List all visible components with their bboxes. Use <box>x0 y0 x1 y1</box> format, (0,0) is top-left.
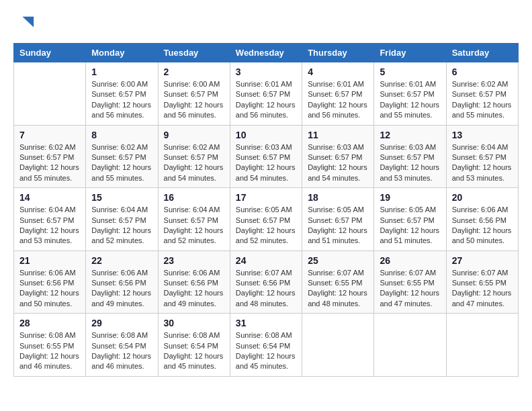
column-header-wednesday: Wednesday <box>230 44 302 62</box>
calendar-cell: 23Sunrise: 6:06 AMSunset: 6:56 PMDayligh… <box>158 250 230 314</box>
day-number: 21 <box>19 255 80 266</box>
calendar-cell: 9Sunrise: 6:02 AMSunset: 6:57 PMDaylight… <box>158 125 230 188</box>
column-header-tuesday: Tuesday <box>158 44 230 62</box>
calendar-cell: 20Sunrise: 6:06 AMSunset: 6:56 PMDayligh… <box>446 188 518 251</box>
day-detail: Sunrise: 6:02 AMSunset: 6:57 PMDaylight:… <box>452 79 513 121</box>
calendar-cell: 21Sunrise: 6:06 AMSunset: 6:56 PMDayligh… <box>14 250 86 314</box>
day-detail: Sunrise: 6:01 AMSunset: 6:57 PMDaylight:… <box>308 79 368 121</box>
day-number: 28 <box>19 318 80 328</box>
day-detail: Sunrise: 6:06 AMSunset: 6:56 PMDaylight:… <box>164 268 224 310</box>
day-detail: Sunrise: 6:00 AMSunset: 6:57 PMDaylight:… <box>164 79 224 121</box>
day-detail: Sunrise: 6:04 AMSunset: 6:57 PMDaylight:… <box>91 205 152 246</box>
day-detail: Sunrise: 6:03 AMSunset: 6:57 PMDaylight:… <box>236 142 296 184</box>
day-number: 15 <box>91 192 152 203</box>
day-detail: Sunrise: 6:02 AMSunset: 6:57 PMDaylight:… <box>19 142 80 184</box>
calendar-cell: 4Sunrise: 6:01 AMSunset: 6:57 PMDaylight… <box>302 62 374 126</box>
calendar-cell: 26Sunrise: 6:07 AMSunset: 6:55 PMDayligh… <box>374 250 446 314</box>
day-detail: Sunrise: 6:03 AMSunset: 6:57 PMDaylight:… <box>308 142 368 184</box>
day-number: 31 <box>236 318 296 328</box>
day-detail: Sunrise: 6:04 AMSunset: 6:57 PMDaylight:… <box>452 142 513 184</box>
calendar-cell: 13Sunrise: 6:04 AMSunset: 6:57 PMDayligh… <box>446 125 518 188</box>
calendar-week-3: 14Sunrise: 6:04 AMSunset: 6:57 PMDayligh… <box>14 188 519 251</box>
calendar-cell <box>14 62 86 126</box>
day-number: 8 <box>91 130 152 140</box>
day-number: 26 <box>380 255 440 266</box>
day-number: 3 <box>236 66 296 77</box>
day-detail: Sunrise: 6:06 AMSunset: 6:56 PMDaylight:… <box>452 205 513 246</box>
day-detail: Sunrise: 6:08 AMSunset: 6:54 PMDaylight:… <box>236 330 296 372</box>
day-number: 30 <box>164 318 224 328</box>
day-detail: Sunrise: 6:05 AMSunset: 6:57 PMDaylight:… <box>308 205 368 246</box>
column-header-monday: Monday <box>86 44 158 62</box>
column-header-saturday: Saturday <box>446 44 518 62</box>
day-number: 19 <box>380 192 440 203</box>
calendar-cell: 27Sunrise: 6:07 AMSunset: 6:55 PMDayligh… <box>446 250 518 314</box>
calendar-cell: 22Sunrise: 6:06 AMSunset: 6:56 PMDayligh… <box>86 250 158 314</box>
day-number: 23 <box>164 255 224 266</box>
day-detail: Sunrise: 6:00 AMSunset: 6:57 PMDaylight:… <box>91 79 152 121</box>
day-detail: Sunrise: 6:08 AMSunset: 6:54 PMDaylight:… <box>164 330 224 372</box>
calendar-cell: 31Sunrise: 6:08 AMSunset: 6:54 PMDayligh… <box>230 314 302 377</box>
calendar-cell: 8Sunrise: 6:02 AMSunset: 6:57 PMDaylight… <box>86 125 158 188</box>
calendar-cell: 5Sunrise: 6:01 AMSunset: 6:57 PMDaylight… <box>374 62 446 126</box>
day-number: 11 <box>308 130 368 140</box>
calendar-week-1: 1Sunrise: 6:00 AMSunset: 6:57 PMDaylight… <box>14 62 519 126</box>
calendar-cell: 29Sunrise: 6:08 AMSunset: 6:54 PMDayligh… <box>86 314 158 377</box>
calendar-header-row: SundayMondayTuesdayWednesdayThursdayFrid… <box>14 44 519 62</box>
day-number: 22 <box>91 255 152 266</box>
day-detail: Sunrise: 6:03 AMSunset: 6:57 PMDaylight:… <box>380 142 440 184</box>
day-number: 24 <box>236 255 296 266</box>
calendar-cell: 28Sunrise: 6:08 AMSunset: 6:55 PMDayligh… <box>14 314 86 377</box>
day-detail: Sunrise: 6:07 AMSunset: 6:56 PMDaylight:… <box>236 268 296 310</box>
day-detail: Sunrise: 6:05 AMSunset: 6:57 PMDaylight:… <box>380 205 440 246</box>
calendar-cell: 1Sunrise: 6:00 AMSunset: 6:57 PMDaylight… <box>86 62 158 126</box>
day-detail: Sunrise: 6:04 AMSunset: 6:57 PMDaylight:… <box>164 205 224 246</box>
day-number: 9 <box>164 130 224 140</box>
column-header-friday: Friday <box>374 44 446 62</box>
day-detail: Sunrise: 6:02 AMSunset: 6:57 PMDaylight:… <box>91 142 152 184</box>
calendar-cell: 15Sunrise: 6:04 AMSunset: 6:57 PMDayligh… <box>86 188 158 251</box>
day-number: 16 <box>164 192 224 203</box>
calendar-cell <box>374 314 446 377</box>
day-detail: Sunrise: 6:01 AMSunset: 6:57 PMDaylight:… <box>380 79 440 121</box>
svg-marker-0 <box>22 17 34 28</box>
day-number: 17 <box>236 192 296 203</box>
calendar-cell: 17Sunrise: 6:05 AMSunset: 6:57 PMDayligh… <box>230 188 302 251</box>
day-number: 27 <box>452 255 513 266</box>
calendar-cell: 7Sunrise: 6:02 AMSunset: 6:57 PMDaylight… <box>14 125 86 188</box>
day-number: 10 <box>236 130 296 140</box>
column-header-sunday: Sunday <box>14 44 86 62</box>
day-number: 1 <box>91 66 152 77</box>
day-number: 6 <box>452 66 513 77</box>
day-detail: Sunrise: 6:02 AMSunset: 6:57 PMDaylight:… <box>164 142 224 184</box>
calendar-cell: 6Sunrise: 6:02 AMSunset: 6:57 PMDaylight… <box>446 62 518 126</box>
day-detail: Sunrise: 6:07 AMSunset: 6:55 PMDaylight:… <box>452 268 513 310</box>
day-detail: Sunrise: 6:05 AMSunset: 6:57 PMDaylight:… <box>236 205 296 246</box>
calendar-cell: 2Sunrise: 6:00 AMSunset: 6:57 PMDaylight… <box>158 62 230 126</box>
calendar-cell: 30Sunrise: 6:08 AMSunset: 6:54 PMDayligh… <box>158 314 230 377</box>
calendar-cell: 24Sunrise: 6:07 AMSunset: 6:56 PMDayligh… <box>230 250 302 314</box>
calendar-week-4: 21Sunrise: 6:06 AMSunset: 6:56 PMDayligh… <box>14 250 519 314</box>
day-number: 18 <box>308 192 368 203</box>
day-number: 29 <box>91 318 152 328</box>
day-detail: Sunrise: 6:04 AMSunset: 6:57 PMDaylight:… <box>19 205 80 246</box>
calendar-cell: 12Sunrise: 6:03 AMSunset: 6:57 PMDayligh… <box>374 125 446 188</box>
calendar-cell: 19Sunrise: 6:05 AMSunset: 6:57 PMDayligh… <box>374 188 446 251</box>
day-detail: Sunrise: 6:07 AMSunset: 6:55 PMDaylight:… <box>308 268 368 310</box>
page-header <box>13 13 519 32</box>
logo <box>13 13 35 32</box>
day-number: 12 <box>380 130 440 140</box>
logo-icon <box>16 13 35 32</box>
calendar-cell: 16Sunrise: 6:04 AMSunset: 6:57 PMDayligh… <box>158 188 230 251</box>
calendar-cell <box>302 314 374 377</box>
day-number: 7 <box>19 130 80 140</box>
day-detail: Sunrise: 6:06 AMSunset: 6:56 PMDaylight:… <box>19 268 80 310</box>
calendar-cell: 25Sunrise: 6:07 AMSunset: 6:55 PMDayligh… <box>302 250 374 314</box>
calendar-cell: 11Sunrise: 6:03 AMSunset: 6:57 PMDayligh… <box>302 125 374 188</box>
day-detail: Sunrise: 6:08 AMSunset: 6:54 PMDaylight:… <box>91 330 152 372</box>
calendar-cell <box>446 314 518 377</box>
day-number: 13 <box>452 130 513 140</box>
day-number: 25 <box>308 255 368 266</box>
day-number: 5 <box>380 66 440 77</box>
column-header-thursday: Thursday <box>302 44 374 62</box>
